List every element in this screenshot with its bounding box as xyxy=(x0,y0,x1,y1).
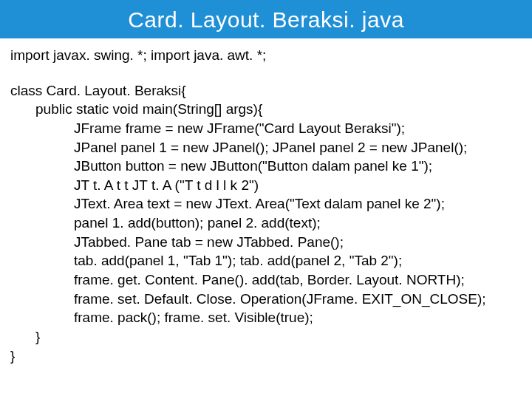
code-line: frame. set. Default. Close. Operation(JF… xyxy=(10,290,522,309)
code-line: frame. get. Content. Pane(). add(tab, Bo… xyxy=(10,270,522,290)
code-line: import javax. swing. *; import java. awt… xyxy=(10,46,522,65)
code-line: } xyxy=(10,347,522,366)
code-block: import javax. swing. *; import java. awt… xyxy=(0,38,532,365)
code-line: public static void main(String[] args){ xyxy=(10,100,522,119)
code-line: JButton button = new JButton("Button dal… xyxy=(10,157,522,176)
code-line: frame. pack(); frame. set. Visible(true)… xyxy=(10,308,522,327)
code-line: JT t. A t t JT t. A ("T t d l l k 2") xyxy=(10,176,522,195)
slide-title: Card. Layout. Beraksi. java xyxy=(0,3,532,38)
code-line: } xyxy=(10,327,522,347)
blank-line xyxy=(10,65,522,81)
code-line: tab. add(panel 1, "Tab 1"); tab. add(pan… xyxy=(10,251,522,270)
code-line: JTabbed. Pane tab = new JTabbed. Pane(); xyxy=(10,233,522,252)
code-line: JPanel panel 1 = new JPanel(); JPanel pa… xyxy=(10,138,522,157)
code-line: JText. Area text = new JText. Area("Text… xyxy=(10,194,522,214)
slide: Card. Layout. Beraksi. java import javax… xyxy=(0,0,532,399)
code-line: panel 1. add(button); panel 2. add(text)… xyxy=(10,214,522,233)
code-line: JFrame frame = new JFrame("Card Layout B… xyxy=(10,119,522,138)
code-line: class Card. Layout. Beraksi{ xyxy=(10,81,522,100)
